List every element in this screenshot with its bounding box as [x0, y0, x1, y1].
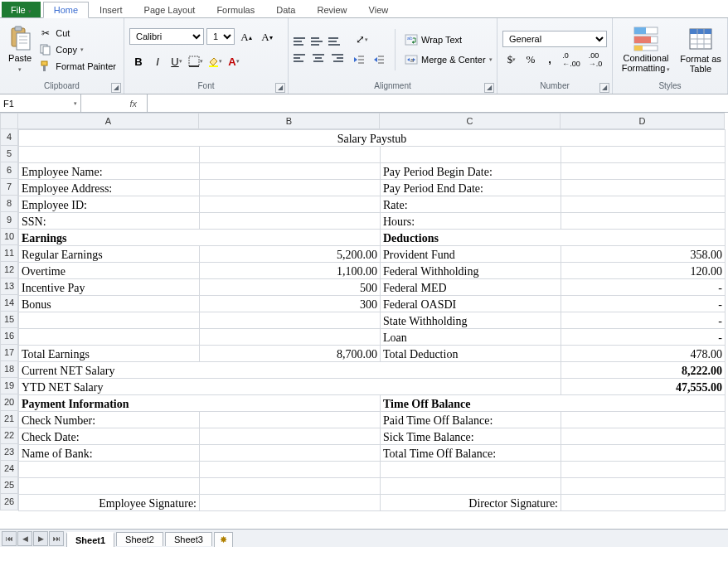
cell[interactable]: - [561, 279, 726, 296]
cell[interactable]: Employee Address: [19, 180, 200, 196]
dialog-launcher[interactable]: ◢ [111, 83, 121, 93]
cell[interactable] [200, 495, 381, 511]
fill-color-button[interactable]: ▾ [206, 52, 224, 70]
formula-input[interactable] [148, 94, 728, 112]
shrink-font-button[interactable]: A▾ [258, 28, 276, 46]
increase-decimal-button[interactable]: .0←.00 [560, 51, 583, 69]
cell[interactable] [19, 329, 200, 346]
cell[interactable]: Sick Time Balance: [381, 428, 561, 445]
sheet-nav-prev[interactable]: ◀ [17, 531, 32, 546]
dialog-launcher[interactable]: ◢ [599, 83, 609, 93]
col-header-b[interactable]: B [199, 113, 380, 129]
col-header-d[interactable]: D [561, 113, 725, 129]
cell[interactable] [561, 445, 726, 462]
row-header[interactable]: 10 [0, 229, 18, 245]
cell[interactable]: SSN: [19, 213, 200, 230]
cell[interactable] [561, 412, 726, 428]
cell[interactable] [561, 428, 726, 445]
cell[interactable] [561, 462, 726, 478]
cell[interactable]: Time Off Balance [381, 395, 726, 412]
underline-button[interactable]: U▾ [167, 52, 186, 70]
font-name-select[interactable]: Calibri [129, 28, 204, 45]
italic-button[interactable]: I [148, 52, 167, 70]
decrease-indent-button[interactable] [350, 51, 368, 69]
cell[interactable] [200, 462, 381, 478]
row-header[interactable]: 18 [0, 361, 18, 378]
col-header-a[interactable]: A [18, 113, 199, 129]
tab-review[interactable]: Review [306, 2, 357, 17]
cell[interactable]: Hours: [381, 213, 561, 230]
tab-home[interactable]: Home [43, 2, 89, 18]
row-header[interactable]: 12 [0, 262, 18, 278]
row-header[interactable]: 5 [0, 146, 18, 162]
merge-center-button[interactable]: aMerge & Center ▾ [402, 51, 495, 68]
cell[interactable]: Total Time Off Balance: [381, 445, 561, 462]
cell[interactable]: Provident Fund [381, 246, 561, 263]
sheet-tab-1[interactable]: Sheet1 [66, 532, 114, 547]
row-header[interactable]: 19 [0, 378, 18, 394]
cell[interactable]: Pay Period Begin Date: [381, 163, 561, 180]
cell[interactable] [200, 147, 381, 163]
cell[interactable]: 120.00 [561, 263, 726, 279]
increase-indent-button[interactable] [370, 51, 388, 69]
bold-button[interactable]: B [129, 52, 148, 70]
align-left-button[interactable] [294, 51, 308, 65]
row-header[interactable]: 26 [0, 494, 18, 510]
cell[interactable] [200, 445, 381, 462]
dialog-launcher[interactable]: ◢ [484, 83, 494, 93]
row-header[interactable]: 11 [0, 245, 18, 262]
cell[interactable] [561, 163, 726, 180]
row-header[interactable]: 13 [0, 278, 18, 295]
orientation-button[interactable]: ⤢▾ [350, 31, 373, 49]
spreadsheet-grid[interactable]: A B C D 45678910111213141516171819202122… [0, 113, 728, 547]
grow-font-button[interactable]: A▴ [237, 28, 255, 46]
tab-insert[interactable]: Insert [89, 2, 133, 17]
cell[interactable] [19, 312, 200, 329]
cell[interactable]: 500 [200, 279, 381, 296]
accounting-button[interactable]: $▾ [502, 51, 521, 69]
paste-button[interactable]: Paste▾ [5, 22, 35, 77]
col-header-c[interactable]: C [380, 113, 561, 129]
wrap-text-button[interactable]: abWrap Text [402, 31, 495, 48]
tab-file[interactable]: File▾ [2, 2, 41, 17]
row-header[interactable]: 23 [0, 444, 18, 461]
cell[interactable]: Employee Name: [19, 163, 200, 180]
row-header[interactable]: 20 [0, 394, 18, 411]
fx-icon[interactable]: fx [124, 99, 142, 109]
cell[interactable]: Check Number: [19, 412, 200, 428]
cell[interactable]: Federal MED [381, 279, 561, 296]
cell[interactable]: Paid Time Off Balance: [381, 412, 561, 428]
cell[interactable]: Total Earnings [19, 346, 200, 362]
cell[interactable]: Current NET Salary [19, 362, 561, 379]
cell[interactable] [200, 329, 381, 346]
cell[interactable]: Pay Period End Date: [381, 180, 561, 196]
align-bottom-button[interactable] [328, 34, 343, 49]
sheet-tab-2[interactable]: Sheet2 [116, 532, 163, 546]
format-painter-button[interactable]: Format Painter [36, 58, 119, 75]
cell[interactable] [200, 478, 381, 495]
row-header[interactable]: 4 [0, 129, 18, 146]
sheet-tab-3[interactable]: Sheet3 [165, 532, 212, 546]
cell[interactable] [200, 428, 381, 445]
cell[interactable]: 5,200.00 [200, 246, 381, 263]
row-header[interactable]: 15 [0, 312, 18, 328]
cell[interactable]: Rate: [381, 196, 561, 213]
cell[interactable] [200, 163, 381, 180]
border-button[interactable]: ▾ [187, 52, 205, 70]
cell[interactable]: YTD NET Salary [19, 379, 561, 395]
cell[interactable]: Payment Information [19, 395, 381, 412]
cell[interactable]: Earnings [19, 230, 381, 246]
cell[interactable] [561, 147, 726, 163]
cell[interactable]: - [561, 312, 726, 329]
row-header[interactable]: 7 [0, 179, 18, 196]
tab-data[interactable]: Data [265, 2, 306, 17]
cell[interactable] [19, 478, 200, 495]
sheet-nav-first[interactable]: ⏮ [2, 531, 17, 546]
cell[interactable]: Total Deduction [381, 346, 561, 362]
cell[interactable]: Federal Withholding [381, 263, 561, 279]
cell[interactable]: Regular Earnings [19, 246, 200, 263]
dialog-launcher[interactable]: ◢ [275, 83, 285, 93]
row-header[interactable]: 16 [0, 328, 18, 345]
align-top-button[interactable] [294, 34, 308, 49]
font-color-button[interactable]: A▾ [225, 52, 243, 70]
